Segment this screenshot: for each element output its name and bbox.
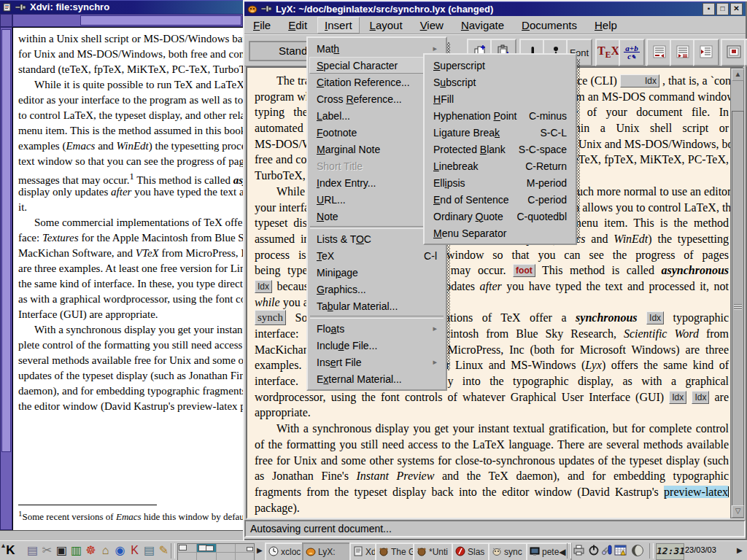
xdvi-horizontal-scrollbar-thumb[interactable]	[80, 15, 241, 26]
pager-desktop-7[interactable]	[217, 553, 235, 560]
menu-item-ligature-break[interactable]: Ligature BreakS-C-L	[426, 124, 574, 141]
menu-item-floats[interactable]: Floats▸	[309, 320, 444, 337]
task-label: pete◀	[542, 547, 566, 557]
menubar-item-layout[interactable]: Layout	[363, 17, 410, 34]
menu-item-hyphenation-point[interactable]: Hyphenation PointC-minus	[426, 107, 574, 124]
taskbar-clock[interactable]: 12:31	[656, 543, 684, 560]
moon-tray-icon[interactable]	[630, 544, 644, 558]
insert-margin-note-button[interactable]	[670, 39, 696, 66]
menu-item-ordinary-quote[interactable]: Ordinary QuoteC-quotedbl	[426, 208, 574, 225]
power-tray-icon[interactable]	[587, 544, 600, 558]
pager-desktop-4[interactable]	[236, 544, 254, 552]
change-depth-button[interactable]	[693, 39, 719, 66]
insert-figure-button[interactable]	[721, 39, 747, 66]
scroll-up-arrow[interactable]: ▲	[732, 69, 744, 81]
menu-item-protected-blank[interactable]: Protected BlankS-C-space	[426, 141, 574, 158]
index-inset-button[interactable]: Idx	[669, 391, 686, 404]
xdvi-vertical-scrollbar-thumb[interactable]	[1, 29, 11, 452]
display-settings-button[interactable]: ▣	[54, 543, 69, 559]
taskbar-task-pete[interactable]: pete◀	[526, 542, 572, 560]
taskbar-task-theg[interactable]: The G	[375, 542, 419, 560]
menu-item-graphics[interactable]: Graphics...	[309, 281, 444, 298]
menubar-item-navigate[interactable]: Navigate	[454, 17, 511, 34]
menu-shortcut: S-C-space	[519, 144, 567, 155]
lyx-titlebar[interactable]: LyX: ~/doc/beginlatex/src/synchro.lyx (c…	[244, 1, 746, 16]
lyx-vertical-scrollbar[interactable]: ▲ ▽	[730, 68, 744, 518]
menu-item-external-material[interactable]: External Material...	[309, 370, 444, 387]
pager-desktop-6[interactable]	[197, 553, 215, 560]
editor-button[interactable]: ✎	[156, 543, 171, 559]
menu-item-end-of-sentence[interactable]: End of SentenceC-period	[426, 191, 574, 208]
tex-mode-button[interactable]: TEX	[595, 39, 622, 66]
menu-item-ellipsis[interactable]: EllipsisM-period	[426, 174, 574, 191]
taskbar-task-unti[interactable]: *Unti	[413, 542, 457, 560]
menubar-item-documents[interactable]: Documents	[514, 17, 584, 34]
kword-button[interactable]: K	[127, 543, 142, 559]
open-index-inset[interactable]: synch	[255, 310, 286, 325]
menu-item-hfill[interactable]: HFill	[426, 90, 574, 107]
menubar-item-insert[interactable]: Insert	[317, 17, 360, 34]
xdvi-titlebar[interactable]: Xdvi: file:synchro	[0, 0, 243, 14]
calendar-tray-icon[interactable]	[614, 544, 627, 558]
task-label: The G	[391, 547, 415, 557]
pager-desktop-8[interactable]	[236, 553, 254, 560]
document-line: package).	[255, 500, 729, 516]
maximize-button[interactable]: □	[716, 3, 729, 15]
xdvi-text-line: display only updates after you have type…	[18, 184, 243, 200]
menu-item-insert-file[interactable]: Insert File▸	[309, 354, 444, 370]
footnote-inset-button[interactable]: foot	[513, 264, 535, 277]
index-inset-button[interactable]: Idx	[255, 280, 272, 293]
minimize-button[interactable]: ▪	[703, 3, 715, 15]
window-list-button[interactable]: ▤	[25, 543, 40, 559]
menubar-item-view[interactable]: View	[413, 17, 451, 34]
insert-footnote-button[interactable]	[646, 39, 673, 66]
panel-scroll-arrow[interactable]: ▶	[737, 546, 743, 554]
menubar-item-edit[interactable]: Edit	[281, 17, 314, 34]
web-browser-button[interactable]: ◉	[112, 543, 128, 559]
xdvi-app-icon	[3, 3, 12, 12]
taskbar-date[interactable]: 23/03/03	[685, 545, 716, 554]
menu-item-include-file[interactable]: Include File...	[309, 337, 444, 354]
index-inset-button[interactable]: Idx	[646, 311, 664, 324]
figure-icon	[726, 44, 742, 61]
scroll-down-arrow[interactable]: ▽	[732, 505, 744, 518]
taskbar-task-lyx[interactable]: LyX:	[302, 542, 355, 560]
index-inset-button[interactable]: Idx	[692, 391, 709, 404]
pager-desktop-2[interactable]	[197, 544, 215, 552]
close-button[interactable]: ✕	[730, 3, 743, 15]
window-pin-icon[interactable]	[261, 4, 272, 13]
konsole-button[interactable]: ▥	[69, 543, 84, 559]
taskbar-task-sync[interactable]: sync	[488, 542, 532, 560]
menu-item-subscript[interactable]: Subscript	[426, 74, 574, 90]
xdvi-vertical-scrollbar[interactable]	[0, 27, 12, 530]
lyx-scrollbar-thumb[interactable]	[732, 111, 744, 509]
document-line: With a synchronous display you get your …	[255, 421, 729, 437]
window-pin-icon[interactable]	[15, 3, 26, 12]
taskbar-expand-arrow[interactable]: ▶	[257, 546, 263, 554]
xdvi-horizontal-scrollbar[interactable]	[12, 14, 243, 27]
insert-table-button[interactable]	[744, 39, 747, 66]
k-menu-button[interactable]: K	[3, 543, 18, 559]
index-inset-button[interactable]: Idx	[620, 74, 659, 88]
xdvi-text-line: several methods available free for Unix …	[18, 353, 243, 368]
menu-item-tabular-material[interactable]: Tabular Material...	[309, 298, 444, 314]
math-mode-button[interactable]: a+bc✎	[619, 39, 645, 66]
document-line: as Jonathan Fine's Instant Preview and t…	[255, 468, 729, 484]
pager-desktop-1[interactable]	[178, 544, 196, 552]
menubar-item-help[interactable]: Help	[587, 17, 624, 34]
printer-tray-icon[interactable]	[572, 544, 586, 558]
menu-item-menu-separator[interactable]: Menu Separator	[426, 225, 574, 241]
plug-tray-icon[interactable]	[600, 544, 614, 558]
menubar-item-file[interactable]: File	[246, 17, 278, 34]
menu-item-linebreak[interactable]: LinebreakC-Return	[426, 158, 574, 174]
menu-item-superscript[interactable]: Superscript	[426, 57, 574, 74]
menu-item-minipage[interactable]: Minipage	[309, 264, 444, 281]
menu-item-tex[interactable]: TeXC-l	[309, 247, 444, 264]
pager-desktop-3[interactable]	[217, 544, 235, 552]
help-center-button[interactable]: ☸	[83, 543, 98, 559]
desktop-pager[interactable]	[177, 543, 255, 560]
home-folder-button[interactable]: ⌂	[98, 543, 113, 559]
documents-button[interactable]: ▤	[142, 543, 157, 559]
klipper-button[interactable]: ✂	[39, 543, 55, 559]
pager-desktop-5[interactable]	[178, 553, 196, 560]
